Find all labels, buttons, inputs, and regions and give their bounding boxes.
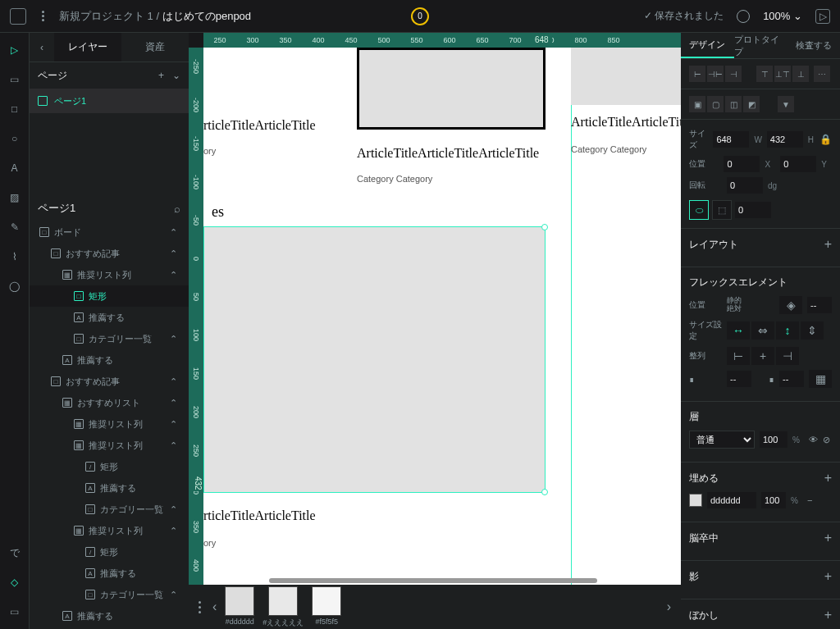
add-shadow-icon[interactable]: + [824,569,832,584]
margin-mode-icon[interactable]: ▦ [809,370,832,388]
layer-row[interactable]: ▦おすすめリスト⌃ [30,392,189,413]
page-item[interactable]: ページ1 [30,89,189,113]
penpot-logo[interactable] [10,8,26,25]
collapse-pages-icon[interactable]: ⌄ [172,70,180,81]
remove-fill-icon[interactable]: − [807,495,812,505]
layer-opacity-input[interactable] [760,431,788,448]
add-stroke-icon[interactable]: + [824,531,832,545]
z-index-input[interactable] [807,297,832,313]
align-self-start-icon[interactable]: ⊢ [727,347,750,365]
align-left-icon[interactable]: ⊢ [689,66,705,82]
add-blur-icon[interactable]: + [824,608,832,622]
layer-row[interactable]: ▦推奨リスト列⌃ [30,520,189,541]
visibility-icon[interactable]: 👁 [809,435,818,444]
move-tool[interactable]: ▷ [7,43,22,57]
layer-row[interactable]: A推薦する [30,563,189,584]
layer-row[interactable]: ▦推奨リスト列⌃ [30,435,189,456]
align-top-icon[interactable]: ⊤ [756,66,773,82]
shortcuts-icon[interactable]: で [7,545,22,560]
search-layers-icon[interactable]: ⌕ [174,203,180,215]
layer-row[interactable]: A推薦する [30,605,189,627]
tab-layers[interactable]: レイヤー [54,33,121,62]
users-badge[interactable]: 0 [411,7,429,25]
path-tool[interactable]: ⌇ [7,249,22,264]
layer-row[interactable]: ▦推奨リスト列⌃ [30,264,189,285]
image-tool[interactable]: ▨ [7,190,22,205]
lock-layer-icon[interactable]: ⊘ [823,435,830,445]
x-input[interactable] [724,156,760,172]
fill-color-swatch[interactable] [689,494,702,507]
height-input[interactable] [767,131,803,148]
layer-row[interactable]: A推薦する [30,307,189,328]
layer-row[interactable]: □矩形 [30,285,189,307]
layer-row[interactable]: A推薦する [30,349,189,371]
layer-row[interactable]: □カテゴリー一覧⌃ [30,328,189,349]
canvas[interactable]: 250300350400450500550600650700750800850 … [189,33,681,629]
layer-row[interactable]: /矩形 [30,541,189,563]
layer-row[interactable]: A推薦する [30,477,189,499]
align-hcenter-icon[interactable]: ⊣⊢ [707,66,724,82]
canvas-scrollbar-h[interactable] [269,578,597,583]
bool-union-icon[interactable]: ▣ [689,96,705,112]
curve-tool[interactable]: ✎ [7,220,22,235]
palette-prev-icon[interactable]: ‹ [212,599,217,614]
z-index-icon[interactable]: ◈ [779,296,802,314]
rect-tool[interactable]: □ [7,102,22,116]
blend-mode-select[interactable]: 普通 [689,431,755,449]
radius-all-icon[interactable]: ⬭ [689,200,709,220]
lock-aspect-icon[interactable]: 🔒 [819,134,832,145]
align-self-end-icon[interactable]: ⊣ [776,347,799,365]
palette-next-icon[interactable]: › [667,599,671,614]
align-self-center-icon[interactable]: + [751,347,774,365]
layer-row[interactable]: □カテゴリー一覧⌃ [30,499,189,520]
tab-assets[interactable]: 資産 [121,33,189,62]
palette-icon[interactable]: ◇ [7,575,22,590]
selected-shape[interactable] [203,226,546,493]
sizing-fill-h-icon[interactable]: ↔ [727,321,750,340]
layer-row[interactable]: /矩形 [30,456,189,477]
align-more-icon[interactable]: ⋯ [814,66,830,82]
bool-intersect-icon[interactable]: ◫ [725,96,742,112]
view-mode-button[interactable]: ▷ [815,9,830,24]
color-swatch[interactable]: #えええええ [262,586,304,628]
color-swatch[interactable]: #dddddd [225,586,254,628]
history-icon[interactable] [737,10,750,23]
bool-exclude-icon[interactable]: ◩ [743,96,760,112]
layer-row[interactable]: □カテゴリー一覧⌃ [30,584,189,605]
y-input[interactable] [780,156,816,172]
radius-input[interactable] [735,202,771,218]
text-tool[interactable]: A [7,161,22,175]
rotation-input[interactable] [727,177,763,194]
collapse-left-icon[interactable]: ‹ [30,33,54,62]
layer-row[interactable]: □おすすめ記事⌃ [30,243,189,264]
comment-tool[interactable]: ◯ [7,279,22,294]
fill-hex-input[interactable] [707,492,756,508]
sizing-fill-v-icon[interactable]: ↕ [776,321,799,340]
tab-design[interactable]: デザイン [681,33,734,58]
bool-subtract-icon[interactable]: ▢ [707,96,724,112]
align-vcenter-icon[interactable]: ⊥⊤ [774,66,791,82]
tab-inspect[interactable]: 検査する [787,33,840,58]
ellipse-tool[interactable]: ○ [7,131,22,146]
align-bottom-icon[interactable]: ⊥ [792,66,809,82]
color-swatch[interactable]: #f5f5f5 [312,586,341,628]
fill-opacity-input[interactable] [761,492,786,508]
align-right-icon[interactable]: ⊣ [725,66,742,82]
layer-row[interactable]: □ボード⌃ [30,221,189,243]
frame-tool[interactable]: ▭ [7,72,22,87]
sizing-fixed-v-icon[interactable]: ⇕ [801,321,824,340]
main-menu-icon[interactable] [36,10,49,23]
width-input[interactable] [713,131,749,148]
radius-individual-icon[interactable]: ⬚ [712,200,732,220]
add-fill-icon[interactable]: + [824,471,832,485]
flatten-icon[interactable]: ▼ [778,96,794,112]
add-layout-icon[interactable]: + [824,237,832,252]
sizing-fixed-h-icon[interactable]: ⇔ [751,321,774,340]
layer-row[interactable]: □おすすめ記事⌃ [30,371,189,392]
palette-menu-icon[interactable] [199,601,201,613]
layer-row[interactable]: ▦推奨リスト列⌃ [30,413,189,435]
zoom-select[interactable]: 100% ⌄ [763,10,802,22]
add-page-icon[interactable]: + [158,70,164,81]
history-panel-icon[interactable]: ▭ [7,604,22,619]
tab-prototype[interactable]: プロトタイプ [734,33,788,58]
